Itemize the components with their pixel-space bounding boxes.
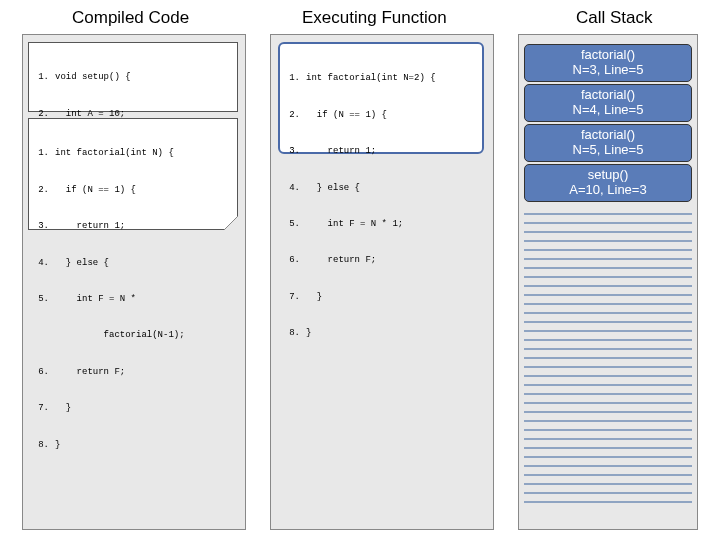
stack-frame: factorial() N=4, Line=5 [524, 84, 692, 122]
executing-function-heading: Executing Function [302, 8, 447, 28]
code-text: return F; [55, 366, 235, 378]
code-text: int factorial(int N) { [55, 147, 235, 159]
line-number: 6. [33, 366, 55, 378]
code-text: } [55, 439, 235, 451]
dog-ear-icon [224, 216, 238, 230]
code-text: return 1; [55, 220, 235, 232]
line-number: 8. [284, 327, 306, 339]
code-text: int factorial(int N=2) { [306, 72, 480, 84]
code-text: factorial(N-1); [55, 329, 235, 341]
line-number: 1. [33, 147, 55, 159]
code-text: return F; [306, 254, 480, 266]
code-text: return 1; [306, 145, 480, 157]
line-number: 5. [284, 218, 306, 230]
code-text: } [306, 327, 480, 339]
code-text: } else { [306, 182, 480, 194]
stack-frame: factorial() N=3, Line=5 [524, 44, 692, 82]
line-number: 8. [33, 439, 55, 451]
stack-empty-lines [524, 206, 692, 503]
line-number: 4. [33, 257, 55, 269]
code-text: if (N == 1) { [55, 184, 235, 196]
stack-frame-function: factorial() [525, 128, 691, 143]
stack-frame-function: factorial() [525, 48, 691, 63]
line-number: 6. [284, 254, 306, 266]
stack-frame-context: N=5, Line=5 [525, 143, 691, 158]
stack-frame-function: factorial() [525, 88, 691, 103]
stack-frame-context: A=10, Line=3 [525, 183, 691, 198]
stack-frame: setup() A=10, Line=3 [524, 164, 692, 202]
stack-frame-context: N=3, Line=5 [525, 63, 691, 78]
line-number: 3. [33, 220, 55, 232]
line-number: 1. [33, 71, 55, 83]
code-text: int F = N * 1; [306, 218, 480, 230]
code-text: } [55, 402, 235, 414]
line-number: 7. [33, 402, 55, 414]
code-block-setup: 1.void setup() { 2. int A = 10; 3. int B… [28, 42, 238, 112]
stack-frame-context: N=4, Line=5 [525, 103, 691, 118]
stack-frame: factorial() N=5, Line=5 [524, 124, 692, 162]
line-number: 2. [33, 184, 55, 196]
executing-code-block: 1.int factorial(int N=2) { 2. if (N == 1… [278, 42, 484, 154]
line-number [33, 329, 55, 341]
line-number: 4. [284, 182, 306, 194]
code-text: } [306, 291, 480, 303]
stack-frame-function: setup() [525, 168, 691, 183]
line-number: 3. [284, 145, 306, 157]
line-number: 7. [284, 291, 306, 303]
code-text: int F = N * [55, 293, 235, 305]
line-number: 2. [284, 109, 306, 121]
compiled-code-heading: Compiled Code [72, 8, 189, 28]
code-text: } else { [55, 257, 235, 269]
call-stack-heading: Call Stack [576, 8, 653, 28]
code-text: if (N == 1) { [306, 109, 480, 121]
code-block-factorial: 1.int factorial(int N) { 2. if (N == 1) … [28, 118, 238, 230]
line-number: 5. [33, 293, 55, 305]
code-text: void setup() { [55, 71, 235, 83]
line-number: 1. [284, 72, 306, 84]
